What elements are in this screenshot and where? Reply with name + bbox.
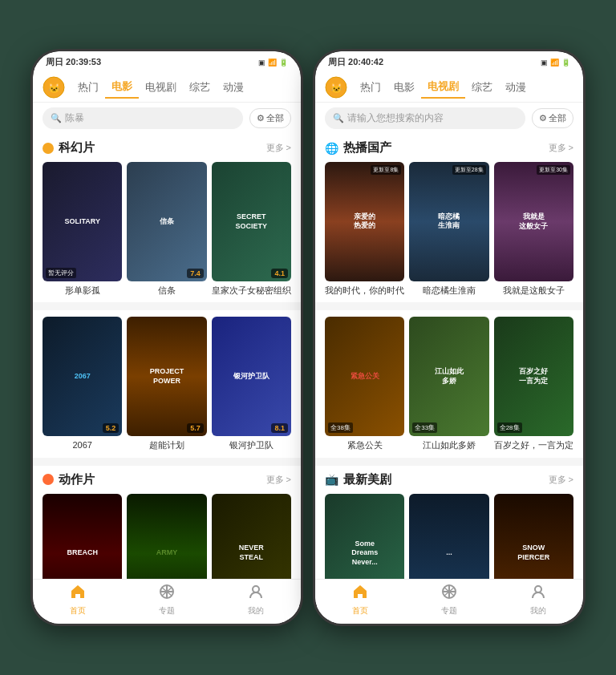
nav-tab-热门[interactable]: 热门 xyxy=(71,77,105,98)
app-logo[interactable]: 🐱 xyxy=(325,76,347,99)
section-header: 动作片更多 > xyxy=(43,472,291,487)
nav-tab-动漫[interactable]: 动漫 xyxy=(499,77,533,98)
search-input[interactable]: 🔍陈暴 xyxy=(43,107,243,129)
bottom-tab-icon-专题 xyxy=(441,584,457,604)
signal-icon: 📶 xyxy=(268,59,277,67)
movie-poster-bg: 2067 xyxy=(43,317,122,436)
bottom-tab-label-我的: 我的 xyxy=(530,605,546,616)
filter-icon: ⚙ xyxy=(539,113,547,123)
svg-text:🐱: 🐱 xyxy=(330,82,342,94)
movie-item[interactable]: SECRET SOCIETY4.1皇家次子女秘密组织 xyxy=(212,162,291,296)
nav-tab-电视剧[interactable]: 电视剧 xyxy=(139,77,183,98)
movie-item[interactable]: PROJECT POWER5.7超能计划 xyxy=(127,317,206,451)
content-area: 🌐热播国产更多 >亲爱的 热爱的更新至8集我的时代，你的时代暗恋橘 生淮南更新至… xyxy=(315,134,583,624)
bottom-tab-label-专题: 专题 xyxy=(441,605,457,616)
signal-icon: 📶 xyxy=(550,59,559,67)
bottom-tab-专题[interactable]: 专题 xyxy=(122,584,211,620)
section-title-wrap: 动作片 xyxy=(43,472,95,487)
filter-button[interactable]: ⚙全部 xyxy=(249,108,291,128)
movie-title: 暗恋橘生淮南 xyxy=(409,285,488,296)
filter-button[interactable]: ⚙全部 xyxy=(532,108,573,128)
nav-tab-热门[interactable]: 热门 xyxy=(354,77,387,98)
movie-item[interactable]: 20675.22067 xyxy=(43,317,122,451)
bottom-tab-icon-我的 xyxy=(248,584,264,604)
bottom-tab-首页[interactable]: 首页 xyxy=(33,584,122,620)
section-more-link[interactable]: 更多 > xyxy=(549,142,573,154)
search-input[interactable]: 🔍请输入您想搜索的内容 xyxy=(325,107,525,129)
movie-title: 我的时代，你的时代 xyxy=(325,285,404,296)
svg-point-15 xyxy=(535,586,541,592)
movie-poster: 百岁之好 一言为定全28集 xyxy=(494,317,573,436)
movie-poster: 银河护卫队8.1 xyxy=(212,317,291,436)
movie-poster: 信条7.4 xyxy=(127,162,206,281)
movie-poster: 20675.2 xyxy=(43,317,122,436)
episode-update: 更新至8集 xyxy=(371,165,401,175)
app-logo[interactable]: 🐱 xyxy=(43,76,65,99)
bottom-tab-icon-首页 xyxy=(70,584,86,604)
nav-tab-综艺[interactable]: 综艺 xyxy=(183,77,217,98)
section-more-link[interactable]: 更多 > xyxy=(549,474,573,486)
movie-item[interactable]: 暗恋橘 生淮南更新至28集暗恋橘生淮南 xyxy=(409,162,488,296)
movie-grid: 20675.22067PROJECT POWER5.7超能计划银河护卫队8.1银… xyxy=(43,317,291,451)
movie-title: 超能计划 xyxy=(127,439,206,451)
svg-point-7 xyxy=(253,586,259,592)
movie-item[interactable]: 百岁之好 一言为定全28集百岁之好，一言为定 xyxy=(494,317,573,451)
section-more-link[interactable]: 更多 > xyxy=(266,142,291,154)
movie-rating: 5.7 xyxy=(187,423,204,433)
movie-item[interactable]: 亲爱的 热爱的更新至8集我的时代，你的时代 xyxy=(325,162,404,296)
search-text: 陈暴 xyxy=(65,111,84,125)
episode-update: 更新至28集 xyxy=(452,165,486,175)
episode-update: 更新至30集 xyxy=(537,165,570,175)
nav-tab-电影[interactable]: 电影 xyxy=(105,76,139,99)
nav-tab-综艺[interactable]: 综艺 xyxy=(465,77,499,98)
section-dot xyxy=(43,143,54,154)
phones-container: 周日 20:39:53 ▣ 📶 🔋 🐱 热门电影电视剧综艺动漫🔍陈暴⚙全部科幻片… xyxy=(14,33,602,642)
movie-title: 紧急公关 xyxy=(325,439,404,451)
bottom-nav: 首页专题我的 xyxy=(315,579,583,624)
movie-poster-bg: 百岁之好 一言为定 xyxy=(494,317,573,436)
search-bar: 🔍请输入您想搜索的内容⚙全部 xyxy=(315,103,583,134)
section-scifi: 科幻片更多 >SOLITARY暂无评分形单影孤信条7.4信条SECRET SOC… xyxy=(33,134,301,302)
movie-item[interactable]: 我就是 这般女子更新至30集我就是这般女子 xyxy=(494,162,573,296)
section-more-link[interactable]: 更多 > xyxy=(266,474,291,486)
section-title-wrap: 🌐热播国产 xyxy=(325,140,391,156)
movie-poster-bg: 我就是 这般女子 xyxy=(494,162,573,281)
section-hotdrama: 🌐热播国产更多 >亲爱的 热爱的更新至8集我的时代，你的时代暗恋橘 生淮南更新至… xyxy=(315,134,583,302)
movie-title: 我就是这般女子 xyxy=(494,285,573,296)
movie-item[interactable]: SOLITARY暂无评分形单影孤 xyxy=(43,162,122,296)
movie-poster: SOLITARY暂无评分 xyxy=(43,162,122,281)
movie-poster-bg: PROJECT POWER xyxy=(127,317,206,436)
bottom-tab-我的[interactable]: 我的 xyxy=(494,584,583,620)
nav-tab-电视剧[interactable]: 电视剧 xyxy=(421,76,465,99)
section-hotdrama2: 紧急公关全38集紧急公关江山如此 多娇全33集江山如此多娇百岁之好 一言为定全2… xyxy=(315,310,583,457)
phone-right: 周日 20:40:42 ▣ 📶 🔋 🐱 热门电影电视剧综艺动漫🔍请输入您想搜索的… xyxy=(313,49,586,626)
section-title: 动作片 xyxy=(59,472,95,487)
movie-poster-bg: 暗恋橘 生淮南 xyxy=(409,162,488,281)
movie-grid: 紧急公关全38集紧急公关江山如此 多娇全33集江山如此多娇百岁之好 一言为定全2… xyxy=(325,317,573,451)
bottom-tab-icon-我的 xyxy=(530,584,546,604)
nav-tab-电影[interactable]: 电影 xyxy=(387,77,421,98)
bottom-tab-专题[interactable]: 专题 xyxy=(404,584,493,620)
movie-item[interactable]: 信条7.4信条 xyxy=(127,162,206,296)
movie-item[interactable]: 紧急公关全38集紧急公关 xyxy=(325,317,404,451)
section-title: 科幻片 xyxy=(59,140,95,156)
movie-rating: 8.1 xyxy=(271,423,288,433)
bottom-tab-首页[interactable]: 首页 xyxy=(315,584,404,620)
movie-title: 百岁之好，一言为定 xyxy=(494,439,573,451)
content-area: 科幻片更多 >SOLITARY暂无评分形单影孤信条7.4信条SECRET SOC… xyxy=(33,134,301,624)
status-bar: 周日 20:40:42 ▣ 📶 🔋 xyxy=(315,51,583,71)
bottom-tab-label-专题: 专题 xyxy=(159,605,175,616)
episode-badge: 全33集 xyxy=(412,422,437,433)
section-header: 🌐热播国产更多 > xyxy=(325,140,573,156)
movie-poster: 暗恋橘 生淮南更新至28集 xyxy=(409,162,488,281)
movie-item[interactable]: 银河护卫队8.1银河护卫队 xyxy=(212,317,291,451)
movie-item[interactable]: 江山如此 多娇全33集江山如此多娇 xyxy=(409,317,488,451)
section-title-wrap: 科幻片 xyxy=(43,140,95,156)
movie-poster-bg: 紧急公关 xyxy=(325,317,404,436)
bottom-tab-我的[interactable]: 我的 xyxy=(212,584,301,620)
status-icons: ▣ 📶 🔋 xyxy=(541,59,570,67)
nav-tab-动漫[interactable]: 动漫 xyxy=(217,77,250,98)
section-icon: 🌐 xyxy=(325,142,338,155)
status-bar: 周日 20:39:53 ▣ 📶 🔋 xyxy=(33,51,301,71)
svg-text:🐱: 🐱 xyxy=(48,82,60,94)
